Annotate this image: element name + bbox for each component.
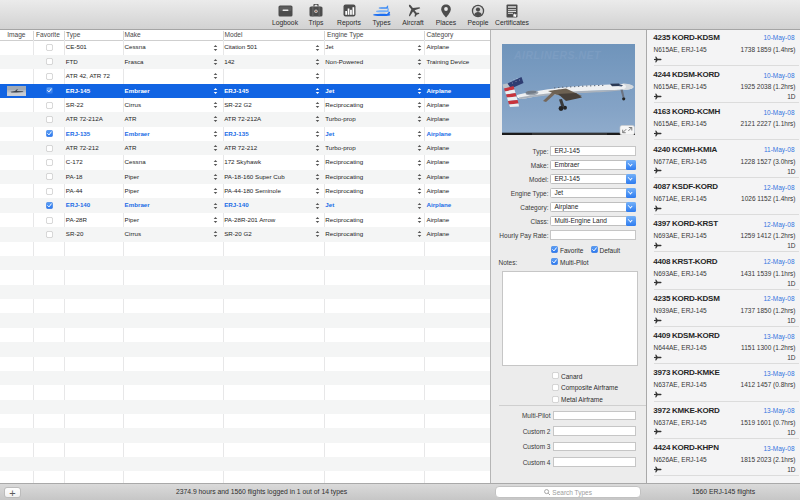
- svg-text:AIRLINERS.NET: AIRLINERS.NET: [513, 48, 602, 60]
